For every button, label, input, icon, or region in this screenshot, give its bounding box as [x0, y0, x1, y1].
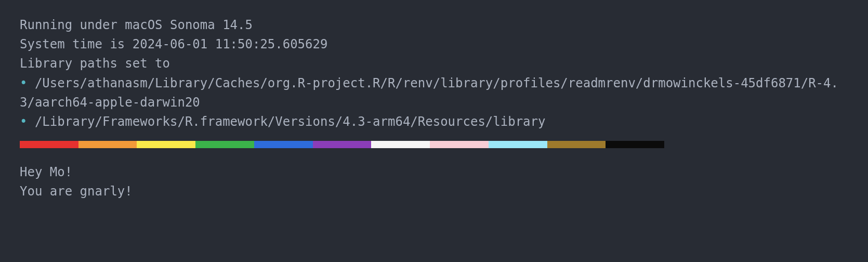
- library-path-text: /Library/Frameworks/R.framework/Versions…: [27, 114, 545, 129]
- stripe-segment: [137, 141, 195, 148]
- stripe-segment: [313, 141, 372, 148]
- greeting-line: You are gnarly!: [20, 182, 848, 201]
- stripe-segment: [20, 141, 78, 148]
- stripe-segment: [430, 141, 489, 148]
- color-stripe-bar: [20, 141, 664, 148]
- stripe-segment: [78, 141, 137, 148]
- stripe-segment: [547, 141, 606, 148]
- library-paths-header: Library paths set to: [20, 54, 848, 73]
- system-time-line: System time is 2024-06-01 11:50:25.60562…: [20, 35, 848, 54]
- stripe-segment: [489, 141, 547, 148]
- bullet-icon: •: [20, 76, 27, 90]
- library-path-item: • /Users/athanasm/Library/Caches/org.R-p…: [20, 74, 848, 112]
- greeting-line: Hey Mo!: [20, 163, 848, 182]
- stripe-segment: [371, 141, 430, 148]
- bullet-icon: •: [20, 114, 27, 129]
- library-path-text: /Users/athanasm/Library/Caches/org.R-pro…: [20, 76, 838, 110]
- stripe-segment: [195, 141, 254, 148]
- stripe-segment: [606, 141, 664, 148]
- library-path-item: • /Library/Frameworks/R.framework/Versio…: [20, 112, 848, 132]
- stripe-segment: [254, 141, 313, 148]
- os-info-line: Running under macOS Sonoma 14.5: [20, 16, 848, 35]
